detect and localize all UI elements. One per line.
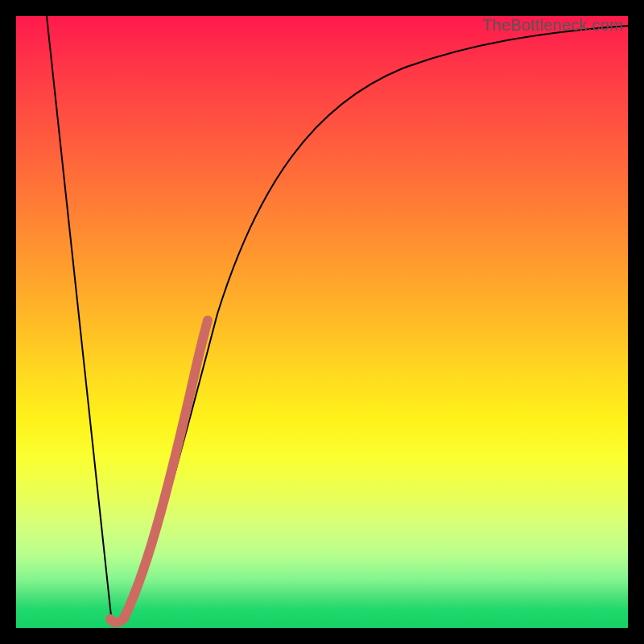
chart-frame: TheBottleneck.com (16, 16, 628, 628)
curve-layer (16, 16, 628, 628)
bottleneck-curve (47, 16, 628, 622)
highlight-segment (110, 320, 208, 622)
watermark-text: TheBottleneck.com (482, 16, 623, 35)
